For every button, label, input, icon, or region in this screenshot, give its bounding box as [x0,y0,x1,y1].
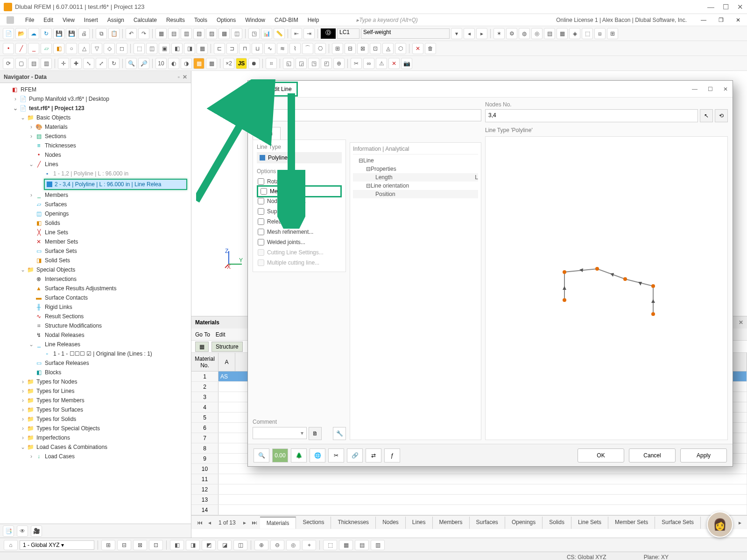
table-tab-materials[interactable]: Materials [260,517,296,529]
tb-new-icon[interactable]: 📄 [3,28,14,39]
tables-goto[interactable]: Go To [195,331,210,338]
tb-misc5-icon[interactable]: ▤ [544,28,555,39]
opt-mesh[interactable]: Mesh refinement... [257,227,342,237]
tb-saveall-icon[interactable]: 💾 [66,28,77,39]
opt-support[interactable]: Support... [257,206,342,217]
tree-special[interactable]: ⌄📁Special Objects [1,265,190,274]
tree-model2[interactable]: ⌄📄test.rf6* | Project 123 [1,104,190,113]
tree-lr[interactable]: ⌄⎯Line Releases [1,340,190,349]
tb2-q-icon[interactable]: ⊟ [345,43,356,54]
tree-lcc[interactable]: ⌄📁Load Cases & Combinations [1,442,190,452]
st-2-icon[interactable]: ⊟ [117,540,131,550]
st-a-icon[interactable]: ⊕ [254,540,268,550]
tb2-open-icon[interactable]: ○ [66,43,77,54]
tabs-next-icon[interactable]: ▸ [240,519,249,526]
menu-edit[interactable]: Edit [39,15,58,25]
maximize-icon[interactable]: ☐ [723,3,729,11]
tb3-annot-icon[interactable]: 10 [155,58,167,69]
tb-measure-icon[interactable]: 📏 [274,28,285,39]
tree-basic[interactable]: ⌄📁Basic Objects [1,113,190,122]
release-checkbox[interactable] [258,218,264,225]
tb3-x2-icon[interactable]: ×2 [223,58,234,69]
tb2-f-icon[interactable]: ▦ [197,43,208,54]
tb2-line-icon[interactable]: ╱ [15,43,27,54]
tb3-refresh-icon[interactable]: ⟳ [3,58,14,69]
tb-chart-icon[interactable]: 📊 [261,28,272,39]
ftr-link-icon[interactable]: 🔗 [347,448,363,462]
mini-min-icon[interactable]: — [696,15,711,25]
tb2-h-icon[interactable]: ⊐ [226,43,238,54]
mini-restore-icon[interactable]: ❐ [714,15,728,25]
mesh-checkbox[interactable] [258,229,264,235]
tb-grid7-icon[interactable]: ◫ [231,28,242,39]
tb2-s-icon[interactable]: ⊡ [370,43,381,54]
menu-tools[interactable]: Tools [190,15,212,25]
tb-lc-code[interactable]: LC1 [337,28,359,39]
tree-model1[interactable]: ›📄Pump Manifold v3.rf6* | Desktop [1,94,190,104]
tree-types-special[interactable]: ›📁Types for Special Objects [1,424,190,433]
tb2-n3-icon[interactable]: ▽ [91,43,102,54]
tb-paste-icon[interactable]: 📋 [108,28,120,39]
dialog-max-icon[interactable]: ☐ [708,86,713,92]
tree-types-members[interactable]: ›📁Types for Members [1,396,190,405]
tabs-last-icon[interactable]: ⏭ [249,519,260,526]
tb-grid5-icon[interactable]: ▨ [206,28,217,39]
tree-types-nodes[interactable]: ›📁Types for Nodes [1,377,190,386]
tb3-m3-icon[interactable]: ◳ [308,58,319,69]
tree-rs[interactable]: ∿Result Sections [1,312,190,321]
tb-grid2-icon[interactable]: ▤ [168,28,179,39]
tb2-y-icon[interactable]: 🗑 [425,43,436,54]
dialog-close-icon[interactable]: ✕ [723,86,728,92]
navigator-tree[interactable]: ◧RFEM ›📄Pump Manifold v3.rf6* | Desktop … [0,83,191,524]
table-tab-sections[interactable]: Sections [296,517,331,529]
menu-results[interactable]: Results [162,15,190,25]
tables-edit[interactable]: Edit [216,331,226,338]
tb3-c4-icon[interactable]: ✕ [388,58,400,69]
tb-misc4-icon[interactable]: ◎ [531,28,543,39]
tb3-v4-icon[interactable]: ▦ [206,58,217,69]
tree-solidsets[interactable]: ◨Solid Sets [1,256,190,265]
tb3-axes-icon[interactable]: ✛ [58,58,69,69]
nav-view-icon[interactable]: 👁 [17,525,28,537]
tb3-tbl-icon[interactable]: ⌗ [266,58,277,69]
tree-loadcases[interactable]: ›↓Load Cases [1,452,190,461]
menu-view[interactable]: View [58,15,79,25]
tree-types-lines[interactable]: ›📁Types for Lines [1,386,190,396]
menu-cadbim[interactable]: CAD-BIM [270,15,303,25]
tb3-v1-icon[interactable]: ◐ [168,58,179,69]
table-row[interactable]: 11 [191,474,747,484]
tb-cube-icon[interactable]: ◳ [248,28,260,39]
navigator-pin-icon[interactable]: ▫ [178,74,180,80]
info-orient[interactable]: ⊟ Line orientation [353,182,478,190]
st-b-icon[interactable]: ⊖ [270,540,284,550]
tb2-j-icon[interactable]: ⊔ [252,43,263,54]
ftr-f2-icon[interactable]: ƒ [384,448,400,462]
ftr-measure-icon[interactable]: 0.00 [272,448,288,462]
tb2-node-icon[interactable]: • [3,43,14,54]
tb2-e-icon[interactable]: ◨ [184,43,195,54]
comment-aux-icon[interactable]: 🔧 [333,427,346,440]
tree-nodes[interactable]: •Nodes [1,150,190,160]
tb3-js-icon[interactable]: JS [236,58,247,69]
tb3-m4-icon[interactable]: ◰ [321,58,332,69]
tree-rfem[interactable]: ◧RFEM [1,85,190,94]
table-tab-surfaces[interactable]: Surfaces [470,517,505,529]
tb-right-icon[interactable]: ⇥ [303,28,315,39]
tb2-n5-icon[interactable]: ◻ [116,43,127,54]
tb3-box3-icon[interactable]: ▥ [41,58,52,69]
tb-misc6-icon[interactable]: ▦ [557,28,568,39]
tb-left-icon[interactable]: ⇤ [291,28,302,39]
line-no-input[interactable]: 2 [253,109,481,121]
tb-grid6-icon[interactable]: ▩ [218,28,230,39]
tb2-m-icon[interactable]: ⌇ [289,43,301,54]
tree-sm[interactable]: ⌗Structure Modifications [1,321,190,330]
tb-lc-name[interactable]: Self-weight [361,28,450,39]
tb3-box2-icon[interactable]: ▤ [28,58,39,69]
nodesonline-checkbox[interactable] [258,198,264,204]
nav-cam-icon[interactable]: 🎥 [31,525,42,537]
st-5-icon[interactable]: ◧ [170,540,184,550]
nodes-reverse-icon[interactable]: ⟲ [715,109,728,122]
tb3-v2-icon[interactable]: ◑ [181,58,192,69]
ftr-tree-icon[interactable]: 🌲 [291,448,307,462]
st-6-icon[interactable]: ◨ [186,540,200,550]
